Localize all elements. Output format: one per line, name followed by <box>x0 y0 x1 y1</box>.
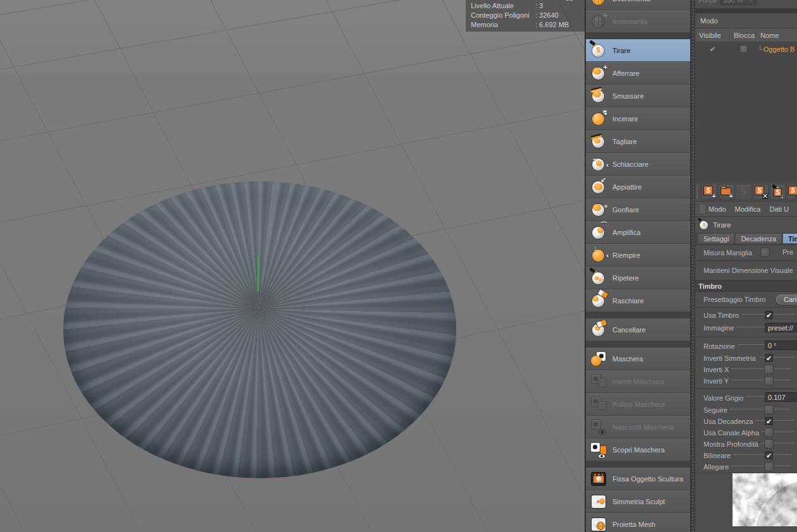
visibility-check-icon[interactable]: ✔ <box>695 45 730 54</box>
attr-row-misura-maniglia: Misura Maniglia Pre <box>695 247 797 258</box>
tab-decadenza[interactable]: Decadenza <box>735 233 782 244</box>
tool-item-proietta-mesh[interactable]: Proietta Mesh <box>586 513 690 532</box>
sculpt-stats-overlay: 33 Livello Attuale : 3 Conteggio Poligon… <box>466 0 585 32</box>
attr-row-usa-timbro: Usa Timbro ✔ <box>695 310 797 321</box>
tool-item-nascondi-maschera[interactable]: Nascondi Maschera <box>586 416 690 438</box>
knife-sphere-icon <box>590 133 607 150</box>
add-layer-button[interactable]: + <box>702 184 717 200</box>
menu-item-modo[interactable]: Modo <box>700 17 718 25</box>
attr-row-mostra-profondita: Mostra Profondità <box>695 438 797 450</box>
seguire-checkbox[interactable] <box>765 406 773 414</box>
column-nome[interactable]: Nome <box>757 28 797 42</box>
immagine-field[interactable]: preset:// <box>765 323 797 332</box>
menu-item-modifica[interactable]: Modifica <box>735 205 761 213</box>
rotazione-field[interactable]: 0 ° <box>765 341 797 350</box>
tool-item-appiattire[interactable]: ↙ Appiattire <box>586 176 690 198</box>
menu-item-modo[interactable]: Modo <box>709 205 726 213</box>
valore-grigio-field[interactable]: 0.107 <box>765 392 797 402</box>
divider <box>695 8 797 13</box>
misura-maniglia-checkbox[interactable] <box>761 248 769 257</box>
tool-item-riempire[interactable]: ↓‹ Riempire <box>586 244 690 267</box>
delete-button[interactable] <box>736 184 751 200</box>
stats-row-polycount: Conteggio Poligoni : 32640 <box>471 11 581 20</box>
tool-item-ripetere[interactable]: Ripetere <box>586 267 690 289</box>
tool-item-raschiare[interactable]: Raschiare <box>586 289 690 312</box>
attr-row-bilineare: Bilineare ✔ <box>695 450 797 461</box>
tool-item-amplifica[interactable]: ⌒ Amplifica <box>586 221 690 244</box>
amplify-sphere-icon: ⌒ <box>590 224 607 241</box>
column-visibile[interactable]: Visibile <box>695 28 730 42</box>
tool-item-incrementa[interactable]: + Incrementa <box>586 10 690 33</box>
inflate-sphere-icon: ✳ <box>590 201 607 219</box>
menu-item-dati-utente[interactable]: Dati U <box>770 205 789 213</box>
tool-item-fissa-oggetto-scultura[interactable]: Fissa Oggetto Scultura <box>586 468 690 490</box>
smooth-sphere-icon <box>590 87 607 105</box>
layer-toolbar: + + ✕ ↓ <box>695 182 797 202</box>
tab-settaggi[interactable]: Settaggi <box>698 233 734 244</box>
force-dropdown[interactable]: 100 % ▼ <box>720 0 757 5</box>
section-header-timbro[interactable]: Timbro <box>695 280 797 292</box>
tool-item-incerare[interactable]: ↯ Incerare <box>586 107 690 130</box>
panel-splitter[interactable] <box>690 0 695 532</box>
inverti-x-checkbox[interactable] <box>765 365 773 373</box>
tool-item-tagliare[interactable]: Tagliare <box>586 130 690 153</box>
fill-sphere-icon: ↓‹ <box>590 246 607 264</box>
object-row[interactable]: ✔ └ Oggetto B <box>695 42 797 56</box>
tool-item-gonfiare[interactable]: ✳ Gonfiare <box>586 198 690 221</box>
tool-item-pulisci-maschera[interactable]: Pulisci Maschera <box>586 393 690 416</box>
tool-item-decrementa[interactable]: − Decrementa <box>586 0 690 10</box>
globe-plus-icon: + <box>590 13 607 30</box>
lock-toggle[interactable] <box>730 45 757 52</box>
clipped-label-fragment: Pre <box>782 248 793 256</box>
sculpted-disc-mesh[interactable] <box>63 181 456 478</box>
mostra-profondita-checkbox[interactable] <box>765 440 773 448</box>
attr-row-seguire: Seguire <box>695 404 797 416</box>
object-manager-header: Visibile Blocca Nome <box>695 28 797 42</box>
active-tool-header: S Tirare <box>695 217 797 233</box>
scrape-sphere-icon <box>590 292 607 310</box>
viewport-3d[interactable]: 33 Livello Attuale : 3 Conteggio Poligon… <box>0 0 585 532</box>
tool-item-smussare[interactable]: Smussare <box>586 85 690 107</box>
chevron-down-icon: ▼ <box>748 0 753 3</box>
pull-brush-icon: S <box>590 42 607 59</box>
usa-decadenza-checkbox[interactable]: ✔ <box>765 417 773 425</box>
tab-timbro[interactable]: Timb <box>782 233 797 244</box>
usa-timbro-checkbox[interactable]: ✔ <box>765 311 773 319</box>
hide-mask-icon <box>590 418 607 436</box>
carica-button[interactable]: Cari <box>776 294 797 305</box>
tool-item-inverti-maschera[interactable]: Inverti Maschera <box>586 370 690 393</box>
tool-item-afferrare[interactable]: + Afferrare <box>586 62 690 85</box>
attr-row-usa-decadenza: Usa Decadenza ✔ <box>695 416 797 427</box>
erase-layer-button[interactable]: ✕ <box>753 184 769 200</box>
add-folder-button[interactable]: + <box>719 184 734 200</box>
object-manager-menubar: Modo <box>695 13 797 28</box>
tool-item-tirare[interactable]: S Tirare <box>586 39 690 62</box>
menubar-drag-handle[interactable] <box>700 205 705 214</box>
tool-item-schiacciare[interactable]: ⌄‹ Schiacciare <box>586 153 690 176</box>
invert-mask-icon <box>590 373 607 390</box>
freeze-sculpt-object-icon <box>590 470 607 488</box>
pull-brush-icon: S <box>698 219 710 231</box>
palette-group-gap <box>586 33 690 39</box>
object-manager-body: ✔ └ Oggetto B <box>695 42 797 182</box>
bilineare-checkbox[interactable]: ✔ <box>765 451 773 459</box>
pinch-sphere-icon: ⌄‹ <box>590 155 607 173</box>
usa-canale-alpha-checkbox[interactable] <box>765 428 773 437</box>
bake-layer-button[interactable]: ↓ <box>770 184 786 200</box>
object-name[interactable]: └ Oggetto B <box>757 45 797 53</box>
palette-group-gap <box>586 341 690 348</box>
toolbar-drag-handle[interactable] <box>697 184 698 198</box>
flatten-sphere-icon: ↙ <box>590 178 607 196</box>
globe-minus-icon: − <box>590 0 607 8</box>
tool-item-scopri-maschera[interactable]: Scopri Maschera <box>586 438 690 461</box>
force-label: Forza <box>698 0 716 4</box>
tool-item-cancellare[interactable]: Cancellare <box>586 318 690 341</box>
tool-item-simmetria-sculpt[interactable]: Simmetria Sculpt <box>586 490 690 513</box>
inverti-simmetria-checkbox[interactable]: ✔ <box>765 354 773 362</box>
erase-sphere-icon <box>590 321 607 339</box>
allegare-checkbox[interactable] <box>765 462 773 471</box>
inverti-y-checkbox[interactable] <box>765 377 773 385</box>
tool-item-maschera[interactable]: Maschera <box>586 348 690 370</box>
column-blocca[interactable]: Blocca <box>730 28 757 42</box>
extra-layer-button[interactable] <box>787 184 796 200</box>
